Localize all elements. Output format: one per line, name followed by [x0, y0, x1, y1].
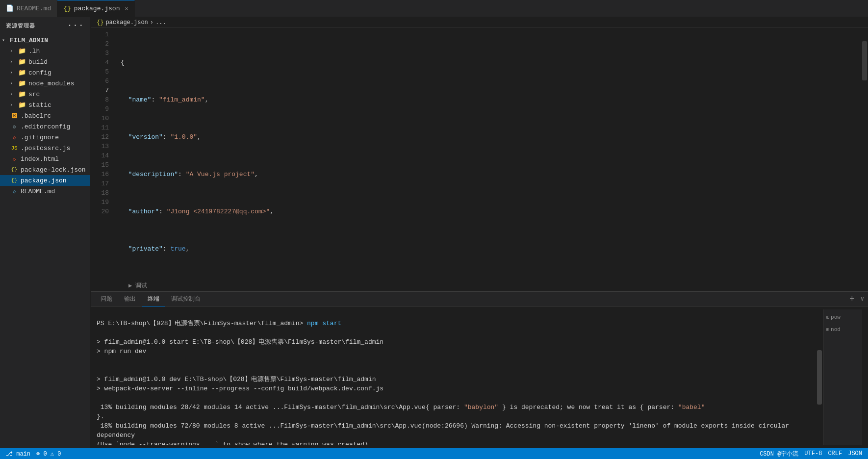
sidebar-title: 资源管理器: [6, 22, 35, 29]
sidebar-item-packagejson[interactable]: {} package.json: [0, 175, 90, 186]
sidebar-item-src-label: src: [28, 91, 40, 98]
sidebar-item-node-modules-label: node_modules: [28, 80, 75, 87]
sidebar-item-lh[interactable]: › 📁 .lh: [0, 46, 90, 56]
sidebar-item-postcssrc[interactable]: JS .postcssrc.js: [0, 143, 90, 153]
status-left: ⎇ main ⊗ 0 ⚠ 0: [6, 450, 61, 458]
sidebar-item-gitignore-label: .gitignore: [21, 134, 59, 141]
sidebar-header: 资源管理器 ···: [0, 17, 90, 34]
breadcrumb-file: package.json: [105, 19, 148, 26]
sidebar-item-build[interactable]: › 📁 build: [0, 56, 90, 67]
code-line-5: "author": "J1ong <2419782227@qq.com>",: [121, 207, 861, 216]
html-icon: ◇: [10, 156, 19, 162]
babel-icon: 🅱: [10, 113, 19, 119]
git-icon: ◇: [10, 134, 19, 141]
sidebar-menu-icon[interactable]: ···: [67, 21, 84, 30]
status-language[interactable]: JSON: [848, 450, 862, 457]
sidebar-tree: ▾ FILM_ADMIN › 📁 .lh › 📁 build ›: [0, 34, 90, 448]
chevron-right-icon2: ›: [10, 59, 18, 65]
chevron-right-icon: ›: [10, 49, 18, 54]
sidebar-item-editorconfig[interactable]: ⚙ .editorconfig: [0, 121, 90, 132]
debug-label: ▶ 调试: [128, 281, 147, 291]
sidebar-item-lh-label: .lh: [28, 48, 40, 55]
tab-package-json[interactable]: {} package.json ✕: [57, 0, 134, 17]
json-icon: {}: [63, 5, 71, 12]
status-branch[interactable]: ⎇ main: [6, 450, 30, 458]
terminal-scrollbar-thumb: [817, 350, 822, 405]
chevron-right-icon4: ›: [10, 81, 18, 86]
code-line-3: "version": "1.0.0",: [121, 132, 861, 142]
breadcrumb: {} package.json › ...: [91, 17, 868, 28]
chevron-right-icon5: ›: [10, 92, 18, 97]
terminal-tab-debug-console[interactable]: 调试控制台: [165, 292, 206, 306]
sidebar-item-editorconfig-label: .editorconfig: [21, 123, 70, 130]
breadcrumb-sep: ›: [150, 19, 153, 26]
sidebar-item-packagelockjson[interactable]: {} package-lock.json: [0, 164, 90, 175]
tab-bar: 📄 README.md {} package.json ✕: [0, 0, 868, 17]
md-icon: 📄: [6, 4, 14, 12]
status-right: CSDN @宁小流 UTF-8 CRLF JSON: [760, 450, 862, 458]
js-icon: JS: [10, 145, 19, 151]
folder-icon: 📁: [18, 47, 26, 55]
chevron-right-icon6: ›: [10, 102, 18, 108]
terminal-tab-output[interactable]: 输出: [118, 292, 142, 306]
editor-content: 1 2 3 4 5 6 7 8 9 10 11 12 13 14: [91, 28, 868, 291]
terminal-body: PS E:\TB-shop\【028】电源售票\FilmSys-master\f…: [91, 306, 868, 448]
sidebar-item-config-label: config: [28, 69, 51, 76]
chevron-right-icon3: ›: [10, 70, 18, 76]
breadcrumb-context: ...: [155, 19, 166, 26]
chevron-down-icon: ▾: [2, 37, 10, 43]
editor-area: {} package.json › ... 1 2 3 4 5 6 7: [91, 17, 868, 291]
status-bar: ⎇ main ⊗ 0 ⚠ 0 CSDN @宁小流 UTF-8 CRLF JSON: [0, 448, 868, 459]
terminal-chevron-down[interactable]: ∨: [861, 295, 864, 303]
folder-static-icon: 📁: [18, 101, 26, 109]
terminal-side-panel: ⊞ pow ⊞ nod: [823, 309, 862, 445]
tab-readme-label: README.md: [17, 5, 51, 12]
status-errors[interactable]: ⊗ 0 ⚠ 0: [36, 450, 61, 458]
folder-build-icon: 📁: [18, 58, 26, 66]
terminal-tab-problems[interactable]: 问题: [95, 292, 118, 306]
sidebar-root[interactable]: ▾ FILM_ADMIN: [0, 35, 90, 46]
code-editor[interactable]: { "name": "film_admin", "version": "1.0.…: [113, 28, 861, 291]
sidebar-item-gitignore[interactable]: ◇ .gitignore: [0, 132, 90, 143]
sidebar-item-config[interactable]: › 📁 config: [0, 67, 90, 78]
terminal-window-icon2: ⊞: [826, 325, 829, 334]
sidebar-item-postcssrc-label: .postcssrc.js: [21, 145, 70, 152]
terminal-tab-terminal[interactable]: 终端: [142, 292, 165, 306]
sidebar-item-readmemd-label: README.md: [21, 188, 55, 195]
breadcrumb-icon: {}: [97, 19, 103, 26]
tab-close-icon[interactable]: ✕: [125, 5, 128, 12]
terminal-add-button[interactable]: +: [845, 294, 859, 304]
sidebar-item-indexhtml[interactable]: ◇ index.html: [0, 153, 90, 164]
sidebar-item-babelrc[interactable]: 🅱 .babelrc: [0, 110, 90, 121]
status-right-info: CSDN @宁小流: [760, 450, 798, 458]
code-line-1: {: [121, 58, 861, 67]
folder-node-icon: 📁: [18, 79, 26, 87]
sidebar-item-static[interactable]: › 📁 static: [0, 100, 90, 110]
json-lock-icon: {}: [10, 167, 19, 173]
terminal-area: 问题 输出 终端 调试控制台 + ∨ PS E:\TB-: [91, 291, 868, 448]
debug-label-line: ▶ 调试: [121, 281, 861, 291]
status-encoding[interactable]: UTF-8: [804, 450, 822, 457]
code-line-6: "private": true,: [121, 244, 861, 254]
sidebar-item-build-label: build: [28, 58, 48, 66]
json-file-icon: {}: [10, 178, 19, 183]
editor-scrollbar[interactable]: [861, 28, 868, 291]
md-file-icon: ◇: [10, 188, 19, 195]
tab-package-json-label: package.json: [74, 5, 120, 12]
code-line-2: "name": "film_admin",: [121, 95, 861, 104]
sidebar-item-src[interactable]: › 📁 src: [0, 89, 90, 100]
status-line-ending[interactable]: CRLF: [828, 450, 842, 457]
terminal-scrollbar[interactable]: [816, 309, 823, 445]
folder-config-icon: 📁: [18, 69, 26, 76]
sidebar-item-babelrc-label: .babelrc: [21, 112, 51, 120]
terminal-window-icon: ⊞: [826, 313, 829, 322]
terminal-side-item-pow[interactable]: ⊞ pow: [823, 311, 862, 324]
tab-readme[interactable]: 📄 README.md: [0, 0, 57, 17]
code-line-4: "description": "A Vue.js project",: [121, 170, 861, 179]
terminal-output[interactable]: PS E:\TB-shop\【028】电源售票\FilmSys-master\f…: [97, 309, 816, 445]
sidebar-item-node-modules[interactable]: › 📁 node_modules: [0, 78, 90, 89]
sidebar: 资源管理器 ··· ▾ FILM_ADMIN › 📁 .lh › 📁: [0, 17, 91, 448]
terminal-tabs: 问题 输出 终端 调试控制台 + ∨: [91, 292, 868, 306]
terminal-side-item-nod[interactable]: ⊞ nod: [823, 324, 862, 336]
sidebar-item-readmemd[interactable]: ◇ README.md: [0, 186, 90, 197]
